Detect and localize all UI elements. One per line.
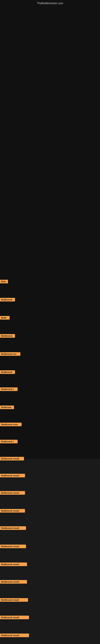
bottleneck-result-label[interactable]: Bottleneck result <box>0 474 25 477</box>
bottleneck-result-label[interactable]: Bottleneck result <box>0 526 26 530</box>
bottleneck-result-label[interactable]: Bottleneck result <box>0 491 25 495</box>
bottleneck-result-label[interactable]: Bottleneck result <box>0 457 24 460</box>
bottleneck-result-label[interactable]: Bottleneck result <box>0 544 26 548</box>
page-content: TheBottlenecker.com BottBottleneckBottlB… <box>0 0 100 644</box>
bottleneck-result-label[interactable]: Bottl <box>0 316 10 320</box>
bottleneck-result-label[interactable]: Bottleneck result <box>0 634 29 637</box>
bottleneck-result-label[interactable]: Bottlenek <box>0 406 14 409</box>
site-title: TheBottlenecker.com <box>37 2 63 5</box>
bottleneck-result-label[interactable]: Bottleneck result <box>0 562 27 566</box>
bottleneck-result-label[interactable]: Bottleneck result <box>0 616 29 619</box>
bottleneck-result-label[interactable]: Bottleneck result <box>0 580 27 584</box>
bottleneck-result-label[interactable]: Bottleneck resu <box>0 422 22 426</box>
bottleneck-result-label[interactable]: Bottleneck r <box>0 388 18 391</box>
bottleneck-result-label[interactable]: Bottleneck result <box>0 509 25 512</box>
bottleneck-result-label[interactable]: Bottleneck <box>0 370 15 374</box>
bottleneck-result-label[interactable]: Bott <box>0 280 8 283</box>
bottleneck-result-label[interactable]: Bottleneck result <box>0 598 28 602</box>
bottleneck-result-label[interactable]: Bottleneck res <box>0 352 20 356</box>
bottleneck-result-label[interactable]: Bottleneck r <box>0 440 18 443</box>
bottleneck-result-label[interactable]: Bottleneck <box>0 298 15 302</box>
bottleneck-result-label[interactable]: Bottleneck <box>0 334 15 338</box>
